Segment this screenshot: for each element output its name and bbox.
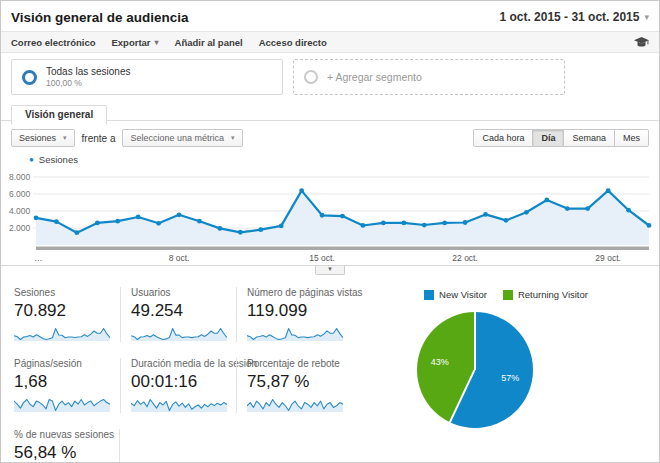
svg-text:…: … [34, 253, 43, 263]
vs-label: frente a [82, 133, 116, 144]
metrics-grid: Sesiones 70.892 Usuarios 49.254 Número d… [1, 287, 353, 463]
metric-value: 49.254 [131, 301, 228, 321]
compare-metric-dropdown[interactable]: Seleccione una métrica ▾ [122, 129, 242, 147]
svg-text:6.000: 6.000 [9, 189, 31, 199]
chevron-down-icon: ▾ [328, 265, 332, 272]
summary-section: Sesiones 70.892 Usuarios 49.254 Número d… [1, 275, 659, 463]
metric-value: 1,68 [14, 372, 112, 392]
svg-text:22 oct.: 22 oct. [452, 253, 478, 263]
pie-legend-returning-visitor: Returning Visitor [503, 289, 588, 300]
metric-value: 70.892 [14, 301, 112, 321]
granularity-month-button[interactable]: Mes [614, 129, 649, 147]
svg-text:29 oct.: 29 oct. [595, 253, 621, 263]
metric-sparkline [131, 325, 227, 342]
metric-sparkline [131, 396, 227, 413]
metric-sparkline [247, 396, 343, 413]
action-toolbar: Correo electrónico Exportar ▾ Añadir al … [1, 31, 659, 53]
pie-legend: New Visitor Returning Visitor [353, 289, 659, 300]
chevron-down-icon: ▾ [231, 134, 235, 142]
metric-sessions: Sesiones 70.892 [14, 287, 120, 342]
metric-label: Duración media de la sesión [131, 358, 228, 369]
svg-text:2.000: 2.000 [9, 223, 31, 233]
visitor-type-pie-area: New Visitor Returning Visitor 57%43% [353, 287, 659, 463]
audience-overview-page: Visión general de audiencia 1 oct. 2015 … [0, 0, 660, 463]
metric-new-sessions-pct: % de nuevas sesiones 56,84 % [14, 429, 120, 463]
toolbar-item-add-to-dashboard[interactable]: Añadir al panel [175, 37, 243, 48]
tab-overview[interactable]: Visión general [11, 105, 107, 125]
chevron-down-icon: ▾ [644, 12, 649, 22]
metric-value: 119.099 [247, 301, 358, 321]
pie-slice-divider [474, 312, 476, 370]
metric-label: Usuarios [131, 287, 228, 298]
chart-legend: ● Sesiones [1, 151, 659, 165]
metric-sparkline [14, 396, 110, 413]
segment-circle-icon [304, 70, 318, 84]
toolbar-item-shortcut[interactable]: Acceso directo [259, 37, 327, 48]
sessions-line-chart[interactable]: 2.0004.0006.0008.000…8 oct.15 oct.22 oct… [1, 165, 659, 266]
page-title: Visión general de audiencia [11, 10, 189, 25]
pie-slice-percent-label: 43% [431, 357, 449, 367]
metric-pageviews: Número de páginas vistas 119.099 [236, 287, 366, 342]
svg-text:8 oct.: 8 oct. [169, 253, 190, 263]
svg-text:4.000: 4.000 [9, 206, 31, 216]
chevron-down-icon: ▾ [155, 38, 159, 47]
metric-label: Número de páginas vistas [247, 287, 358, 298]
segment-all-sessions[interactable]: Todas las sesiones 100,00 % [11, 59, 283, 95]
metric-pages-per-session: Páginas/sesión 1,68 [14, 358, 120, 413]
pie-slice-percent-label: 57% [501, 373, 519, 383]
granularity-week-button[interactable]: Semana [563, 129, 615, 147]
toolbar-item-export[interactable]: Exportar ▾ [111, 37, 158, 48]
date-range-selector[interactable]: 1 oct. 2015 - 31 oct. 2015 ▾ [499, 10, 649, 24]
metric-value: 00:01:16 [131, 372, 228, 392]
metric-bounce-rate: Porcentaje de rebote 75,87 % [236, 358, 366, 413]
metric-sparkline [14, 325, 110, 342]
metric-label: Páginas/sesión [14, 358, 112, 369]
segment-label: Todas las sesiones [46, 66, 131, 78]
metric-sparkline [247, 325, 343, 342]
chevron-down-icon: ▾ [63, 134, 67, 142]
add-segment-button[interactable]: + Agregar segmento [293, 59, 565, 95]
granularity-button-group: Cada hora Día Semana Mes [473, 129, 649, 147]
tab-bar: Visión general [1, 99, 659, 121]
visitor-type-pie-chart[interactable]: 57%43% [417, 312, 533, 428]
metric-label: Sesiones [14, 287, 112, 298]
chart-collapse-button[interactable]: ▾ [315, 266, 345, 275]
svg-text:8.000: 8.000 [9, 172, 31, 182]
metric-users: Usuarios 49.254 [120, 287, 236, 342]
add-segment-label: + Agregar segmento [327, 71, 422, 83]
toolbar-item-email[interactable]: Correo electrónico [11, 37, 95, 48]
metric-avg-session-duration: Duración media de la sesión 00:01:16 [120, 358, 236, 413]
metric-value: 56,84 % [14, 443, 111, 463]
metric-value: 75,87 % [247, 372, 358, 392]
chart-controls: Sesiones ▾ frente a Seleccione una métri… [1, 121, 659, 151]
sessions-legend-label: Sesiones [39, 154, 78, 165]
metric-select-dropdown[interactable]: Sesiones ▾ [11, 129, 75, 147]
metric-label: % de nuevas sesiones [14, 429, 111, 440]
date-range-text: 1 oct. 2015 - 31 oct. 2015 [499, 10, 639, 24]
page-header: Visión general de audiencia 1 oct. 2015 … [1, 1, 659, 31]
pie-legend-new-visitor: New Visitor [424, 289, 487, 300]
metric-label: Porcentaje de rebote [247, 358, 358, 369]
returning-visitor-swatch-icon [503, 290, 513, 300]
granularity-day-button[interactable]: Día [532, 129, 564, 147]
segments-bar: Todas las sesiones 100,00 % + Agregar se… [1, 53, 659, 99]
granularity-hourly-button[interactable]: Cada hora [473, 129, 533, 147]
segment-circle-icon [22, 70, 37, 85]
segment-percent: 100,00 % [46, 78, 131, 88]
sessions-legend-dot-icon: ● [29, 155, 34, 164]
svg-text:15 oct.: 15 oct. [309, 253, 335, 263]
education-cap-icon[interactable] [634, 37, 649, 48]
new-visitor-swatch-icon [424, 290, 434, 300]
pie-slice-divider [450, 370, 476, 423]
